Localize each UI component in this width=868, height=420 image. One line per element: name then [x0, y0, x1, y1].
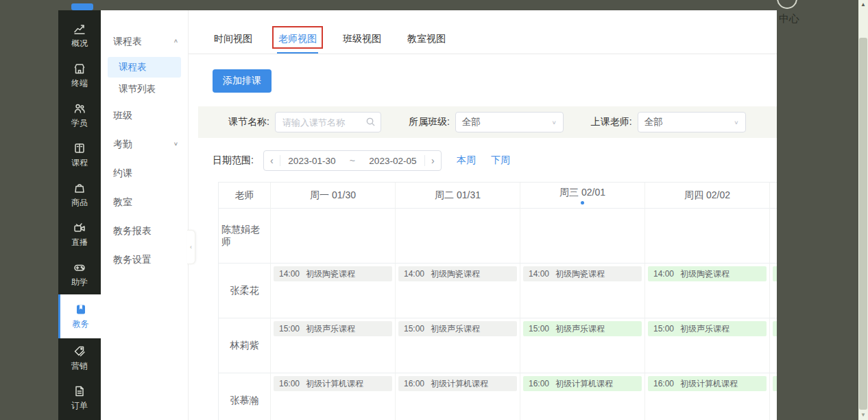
- chevron-down-icon: ∨: [734, 119, 738, 126]
- lesson-time: 15:00: [279, 324, 300, 334]
- tab-老师视图[interactable]: 老师视图: [277, 27, 318, 54]
- subnav-item-academic-report[interactable]: 教务报表: [101, 216, 188, 245]
- schedule-header-cell: 周四 02/02: [645, 183, 770, 209]
- lesson-time: 16:00: [529, 379, 549, 388]
- book-icon: [73, 142, 86, 154]
- teacher-name: 张柔花: [219, 264, 271, 318]
- lesson-chip[interactable]: 14:00初级陶瓷课程: [773, 266, 777, 281]
- lesson-time: 15:00: [529, 324, 549, 334]
- lesson-chip[interactable]: 14:00初级陶瓷课程: [274, 266, 392, 281]
- next-week-link[interactable]: 下周: [491, 154, 510, 167]
- schedule-header-cell: 老师: [219, 183, 271, 209]
- sidebar-item-marketing[interactable]: 营销: [58, 338, 101, 378]
- lesson-chip[interactable]: 14:00初级陶瓷课程: [398, 266, 517, 281]
- app-window: 概况终端学员课程商品直播助学教务营销订单 课程表∧课程表课节列表班级考勤∨约课教…: [58, 10, 777, 420]
- scrollbar-thumb[interactable]: [859, 38, 867, 410]
- avatar-circle-partial[interactable]: [777, 0, 797, 9]
- add-schedule-button[interactable]: 添加排课: [213, 69, 272, 93]
- header-label: 老师: [235, 189, 254, 202]
- lesson-chip[interactable]: 16:00初级计算机课程: [773, 376, 777, 391]
- class-filter-value: 全部: [462, 116, 481, 128]
- prev-week-icon[interactable]: ‹: [264, 155, 280, 166]
- schedule-cell: 15:00初级声乐课程: [271, 318, 396, 373]
- lesson-name: 初级声乐课程: [680, 324, 730, 334]
- subnav-item-academic-settings[interactable]: 教务设置: [101, 245, 188, 274]
- lesson-chip[interactable]: 16:00初级计算机课程: [398, 376, 517, 391]
- sidebar-item-orders[interactable]: 订单: [58, 378, 101, 418]
- schedule-cell: 16:00初级计算机课程: [520, 373, 645, 420]
- teacher-filter-value: 全部: [644, 116, 663, 128]
- teacher-filter-select[interactable]: 全部 ∨: [638, 112, 746, 132]
- schedule-header-cell: 周二 01/31: [396, 183, 520, 209]
- class-filter-label: 所属班级:: [409, 116, 450, 128]
- sidebar-collapse-handle[interactable]: ‹: [187, 230, 195, 264]
- schedule-cell: 15:00初级声乐课程: [645, 318, 770, 373]
- subnav-item-booking[interactable]: 约课: [101, 159, 188, 187]
- schedule-header-row: 老师周一 01/30周二 01/31周三 02/01周四 02/02: [219, 183, 777, 209]
- lesson-chip[interactable]: 15:00初级声乐课程: [523, 321, 642, 336]
- schedule-cell: 15:00初级声乐课程: [520, 318, 645, 373]
- lesson-name: 初级声乐课程: [555, 324, 605, 334]
- subnav-item-timetable[interactable]: 课程表: [108, 57, 181, 78]
- sidebar-item-academic[interactable]: 教务: [58, 294, 101, 338]
- store-icon: [73, 62, 86, 75]
- tab-教室视图[interactable]: 教室视图: [406, 27, 447, 54]
- schedule-cell: [271, 209, 396, 264]
- sidebar-item-goods[interactable]: 商品: [58, 175, 101, 215]
- schedule-header-cell: 周一 01/30: [271, 183, 396, 209]
- subnav-item-attendance[interactable]: 考勤∨: [101, 130, 188, 159]
- teacher-name: 林莉紫: [219, 318, 271, 373]
- schedule-cell: [645, 209, 770, 264]
- lesson-chip[interactable]: 16:00初级计算机课程: [523, 376, 642, 391]
- sidebar-item-overview[interactable]: 概况: [58, 16, 101, 56]
- start-date[interactable]: 2023-01-30: [280, 156, 343, 166]
- teacher-filter-label: 上课老师:: [591, 116, 632, 128]
- date-separator: ~: [343, 155, 361, 166]
- schedule-cell: 16:00初级计算机课程: [645, 373, 770, 420]
- page-scrollbar[interactable]: ▲ ▼: [858, 0, 868, 420]
- subnav-item-classes[interactable]: 班级: [101, 101, 188, 130]
- sidebar-item-terminal[interactable]: 终端: [58, 56, 101, 95]
- subnav-item-timetable-group[interactable]: 课程表∧: [101, 27, 188, 56]
- sidebar-item-label: 终端: [71, 78, 88, 89]
- class-filter-select[interactable]: 全部 ∨: [455, 112, 564, 132]
- notebook-icon: [75, 303, 87, 316]
- lesson-name: 初级声乐课程: [431, 324, 480, 334]
- lesson-chip[interactable]: 14:00初级陶瓷课程: [648, 266, 767, 281]
- next-week-icon[interactable]: ›: [424, 155, 441, 166]
- lesson-chip[interactable]: 16:00初级计算机课程: [648, 376, 767, 391]
- tab-班级视图[interactable]: 班级视图: [341, 27, 383, 54]
- sidebar-item-assist[interactable]: 助学: [58, 255, 101, 294]
- chevron-down-icon: ∨: [551, 119, 556, 126]
- lesson-chip[interactable]: 16:00初级计算机课程: [274, 376, 392, 391]
- tab-时间视图[interactable]: 时间视图: [213, 27, 254, 54]
- scroll-down-icon[interactable]: ▼: [858, 410, 868, 420]
- lesson-chip[interactable]: 15:00初级声乐课程: [398, 321, 517, 336]
- schedule-cell-partial: 15:00初级声乐课程: [770, 318, 777, 373]
- today-indicator-dot: [581, 201, 584, 205]
- lesson-chip[interactable]: 15:00初级声乐课程: [274, 321, 392, 336]
- lesson-name: 初级计算机课程: [680, 379, 738, 388]
- table-row: 林莉紫15:00初级声乐课程15:00初级声乐课程15:00初级声乐课程15:0…: [219, 318, 777, 373]
- scroll-up-icon[interactable]: ▲: [858, 0, 868, 10]
- this-week-link[interactable]: 本周: [457, 154, 476, 167]
- schedule-cell: [396, 209, 520, 264]
- end-date[interactable]: 2023-02-05: [361, 156, 424, 166]
- schedule-cell: 14:00初级陶瓷课程: [520, 264, 645, 318]
- subnav-item-lesson-list[interactable]: 课节列表: [108, 79, 181, 100]
- lesson-chip[interactable]: 14:00初级陶瓷课程: [523, 266, 642, 281]
- subnav-item-label: 约课: [113, 159, 132, 187]
- subnav-item-label: 教务报表: [113, 216, 152, 245]
- lesson-chip[interactable]: 15:00初级声乐课程: [773, 321, 777, 336]
- bag-icon: [73, 182, 86, 194]
- subnav-item-classroom[interactable]: 教室: [101, 187, 188, 216]
- lesson-time: 15:00: [653, 324, 674, 334]
- sidebar-item-courses[interactable]: 课程: [58, 135, 101, 175]
- schedule-cell-partial: 16:00初级计算机课程: [770, 373, 777, 420]
- lesson-chip[interactable]: 15:00初级声乐课程: [648, 321, 767, 336]
- sidebar-item-label: 营销: [71, 360, 88, 372]
- schedule-cell: 16:00初级计算机课程: [271, 373, 396, 420]
- chart-icon: [73, 23, 86, 35]
- sidebar-item-students[interactable]: 学员: [58, 95, 101, 135]
- sidebar-item-live[interactable]: 直播: [58, 215, 101, 255]
